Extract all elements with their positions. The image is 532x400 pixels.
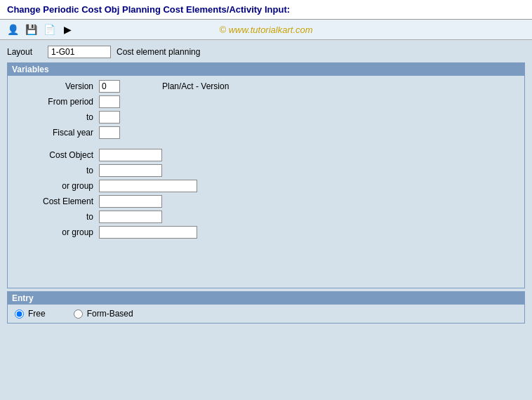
cost-object-group-label: or group	[15, 181, 99, 191]
cost-element-group-label: or group	[15, 227, 99, 237]
version-row: Version Plan/Act - Version	[15, 80, 517, 93]
variables-section: Variables Version Plan/Act - Version Fro…	[7, 62, 525, 288]
cost-element-input[interactable]	[99, 195, 162, 208]
layout-row: Layout 1-G01 Cost element planning	[7, 46, 525, 58]
save-local-icon[interactable]: 📄	[42, 22, 56, 36]
cost-element-row: Cost Element	[15, 195, 517, 208]
cost-element-to-input[interactable]	[99, 211, 162, 223]
from-period-row: From period	[15, 95, 517, 108]
cost-object-input[interactable]	[99, 149, 162, 161]
title-bar: Change Periodic Cost Obj Planning Cost E…	[0, 0, 532, 20]
fiscal-year-row: Fiscal year	[15, 126, 517, 139]
free-label[interactable]: Free	[28, 309, 46, 319]
form-based-radio-group: Form-Based	[74, 309, 133, 319]
cost-element-label: Cost Element	[15, 196, 99, 206]
period-to-row: to	[15, 111, 517, 124]
from-period-input[interactable]	[99, 95, 120, 108]
version-label: Version	[15, 81, 99, 91]
cost-object-group-input[interactable]	[99, 180, 197, 192]
period-to-label: to	[15, 112, 99, 122]
fiscal-year-label: Fiscal year	[15, 128, 99, 138]
from-period-label: From period	[15, 97, 99, 107]
free-radio-group: Free	[15, 309, 46, 319]
save-icon[interactable]: 💾	[24, 22, 38, 36]
entry-header: Entry	[8, 292, 524, 305]
toolbar: 👤 💾 📄 ▶ © www.tutorialkart.com	[0, 20, 532, 40]
plan-act-label: Plan/Act - Version	[162, 81, 229, 91]
watermark: © www.tutorialkart.com	[219, 25, 312, 35]
cost-element-group-input[interactable]	[99, 226, 197, 239]
cost-object-row: Cost Object	[15, 149, 517, 161]
period-to-input[interactable]	[99, 111, 120, 124]
cost-object-group-row: or group	[15, 180, 517, 192]
cost-object-to-label: to	[15, 166, 99, 175]
fiscal-year-input[interactable]	[99, 126, 120, 139]
free-radio[interactable]	[15, 309, 24, 319]
form-based-radio[interactable]	[74, 309, 83, 319]
variables-body: Version Plan/Act - Version From period t…	[8, 76, 524, 288]
cost-element-group-row: or group	[15, 226, 517, 239]
layout-description: Cost element planning	[117, 47, 200, 57]
variables-header: Variables	[8, 63, 524, 76]
cost-element-to-label: to	[15, 212, 99, 222]
main-content: Layout 1-G01 Cost element planning Varia…	[0, 40, 532, 329]
person-icon[interactable]: 👤	[6, 22, 20, 36]
layout-value: 1-G01	[48, 46, 111, 58]
cost-element-to-row: to	[15, 211, 517, 223]
form-based-label[interactable]: Form-Based	[87, 309, 133, 319]
cost-object-to-row: to	[15, 164, 517, 177]
entry-section: Entry Free Form-Based	[7, 291, 525, 324]
cost-object-label: Cost Object	[15, 150, 99, 160]
version-input[interactable]	[99, 80, 120, 93]
layout-label: Layout	[7, 47, 42, 57]
page-title: Change Periodic Cost Obj Planning Cost E…	[7, 4, 290, 15]
entry-body: Free Form-Based	[8, 305, 524, 323]
execute-icon[interactable]: ▶	[60, 22, 74, 36]
cost-object-to-input[interactable]	[99, 164, 162, 177]
